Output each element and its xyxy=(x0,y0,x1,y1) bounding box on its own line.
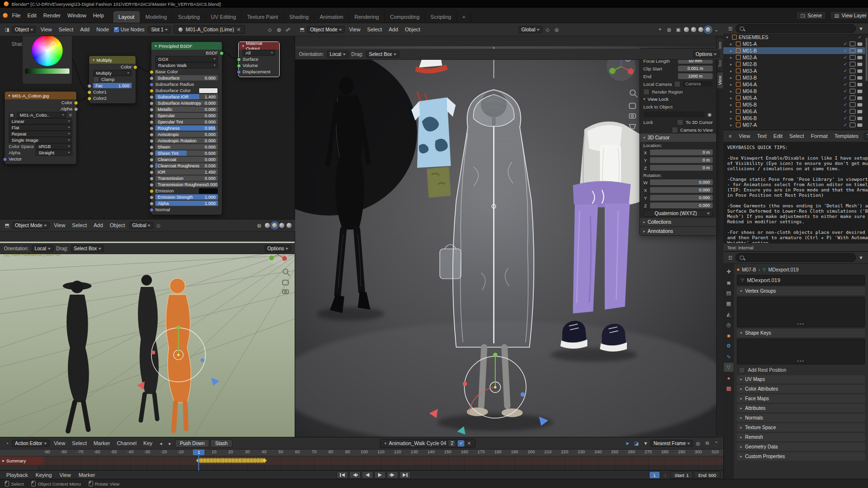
mode-dropdown[interactable]: Object Mode xyxy=(12,222,50,229)
disclosure-icon[interactable]: ▸ xyxy=(730,89,734,94)
panel-texture-space[interactable]: ▸Texture Space xyxy=(737,423,865,432)
timeline-keys-area[interactable]: ▸Summary xyxy=(0,456,723,471)
dope-sheet-mode-dropdown[interactable]: Action Editor xyxy=(12,440,50,447)
color-wheel[interactable] xyxy=(32,35,63,66)
principled-param-clearcoat-roughness[interactable]: Clearcoat Roughness0.030 xyxy=(151,163,222,169)
principled-param-anisotropic-rotation[interactable]: Anisotropic Rotation0.000 xyxy=(151,137,222,144)
outliner-item-m02-b[interactable]: ▸M02-B✓ xyxy=(723,61,865,68)
viewport-disable-icon[interactable] xyxy=(850,109,855,114)
render-disable-icon[interactable] xyxy=(857,117,862,120)
menu-render[interactable]: Render xyxy=(40,12,64,19)
disclosure-icon[interactable]: ▸ xyxy=(730,42,734,46)
checkbox-icon[interactable]: ✓ xyxy=(843,102,848,107)
viewport-disable-icon[interactable] xyxy=(850,102,855,107)
panel-shape-keys[interactable]: ▾Shape Keys xyxy=(737,329,865,337)
render-disable-icon[interactable] xyxy=(857,90,862,93)
workspace-tab-sculpting[interactable]: Sculpting xyxy=(173,11,205,23)
interpolation-dropdown[interactable]: Linear xyxy=(9,118,72,124)
disclosure-icon[interactable]: ▸ xyxy=(730,62,734,67)
menu-add[interactable]: Add xyxy=(77,26,93,33)
menu-view[interactable]: View xyxy=(346,26,364,33)
menu-file[interactable]: File xyxy=(9,12,24,19)
unlink-action-icon[interactable]: ✕ xyxy=(467,440,471,446)
menu-node[interactable]: Node xyxy=(93,26,112,33)
shading-wireframe-icon[interactable] xyxy=(264,222,271,229)
properties-tab-material-icon[interactable]: ● xyxy=(724,373,733,382)
frame-start-field[interactable]: Start1 xyxy=(670,471,693,479)
filter-icon[interactable]: ▼ xyxy=(857,25,865,32)
local-camera-checkbox[interactable] xyxy=(674,81,680,87)
shading-rendered-icon[interactable] xyxy=(705,27,711,33)
outliner-item-m02-a[interactable]: ▸M02-A✓ xyxy=(723,54,865,61)
transform-orientation-dropdown[interactable]: Global xyxy=(129,222,153,229)
workspace-tab-item[interactable]: + xyxy=(457,11,471,23)
current-frame-badge[interactable]: 1 xyxy=(193,449,204,455)
principled-param-transmission-roughness[interactable]: Transmission Roughness0.000 xyxy=(151,181,222,188)
properties-tab-world-icon[interactable]: ◎ xyxy=(724,320,733,329)
properties-search[interactable] xyxy=(735,253,856,262)
viewport-secondary-canvas[interactable] xyxy=(0,242,295,437)
menu-playback[interactable]: Playback xyxy=(3,471,31,479)
viewport-disable-icon[interactable] xyxy=(850,75,855,80)
scene-selector[interactable]: ◳Scene xyxy=(796,11,827,20)
rotation-mode-dropdown[interactable]: Quaternion (WXYZ) xyxy=(643,210,713,217)
panel-3d-cursor[interactable]: ▾3D Cursor xyxy=(640,134,716,142)
shading-options-icon[interactable]: ⌄ xyxy=(712,26,720,33)
checkbox-icon[interactable]: ✓ xyxy=(843,95,848,100)
editor-type-icon[interactable]: ☰ xyxy=(726,25,734,32)
view-layer-selector[interactable]: ▤View Layer xyxy=(830,11,868,20)
cursor-rotation-value[interactable]: 0.000 xyxy=(650,179,713,185)
checkbox-icon[interactable]: ✓ xyxy=(843,109,848,114)
render-disable-icon[interactable] xyxy=(857,49,862,53)
render-disable-icon[interactable] xyxy=(857,83,862,86)
sss-method-dropdown[interactable]: Random Walk xyxy=(155,62,218,68)
disclosure-icon[interactable]: ▸ xyxy=(730,49,734,53)
projection-dropdown[interactable]: Flat xyxy=(9,124,72,131)
outliner-item-m04-b[interactable]: ▸M04-B✓ xyxy=(723,88,865,95)
color-swatch[interactable] xyxy=(199,188,218,194)
disclosure-icon[interactable]: ▸ xyxy=(730,55,734,60)
panel-color-attributes[interactable]: ▸Color Attributes xyxy=(737,385,865,393)
orientation-dropdown[interactable]: Local xyxy=(32,245,54,252)
shading-rendered-icon[interactable] xyxy=(286,222,292,229)
checkbox-icon[interactable]: ✓ xyxy=(843,48,848,53)
auto-keying-icon[interactable]: ◌ xyxy=(661,471,669,479)
panel-face-maps[interactable]: ▸Face Maps xyxy=(737,394,865,403)
menu-templates[interactable]: Templates xyxy=(831,132,862,140)
copy-icon[interactable]: ⧉ xyxy=(703,439,711,447)
show-gizmo-icon[interactable]: ⌖ xyxy=(656,26,664,33)
breadcrumb-data[interactable]: MDexport.019 xyxy=(768,267,799,272)
summary-channel[interactable]: ▸Summary xyxy=(0,457,43,465)
next-action-icon[interactable]: ▸ xyxy=(166,439,174,447)
principled-param-transmission[interactable]: Transmission0.000 xyxy=(151,175,222,181)
properties-tab-object-data-icon[interactable]: ▽ xyxy=(724,363,733,372)
panel-view-lock[interactable]: ▾View Lock xyxy=(640,95,716,103)
play-button[interactable] xyxy=(374,471,386,479)
workspace-tab-layout[interactable]: Layout xyxy=(113,11,140,23)
render-disable-icon[interactable] xyxy=(857,110,862,113)
editor-type-icon[interactable]: ◨ xyxy=(3,26,11,33)
prev-keyframe-button[interactable] xyxy=(349,471,361,479)
cursor-rotation-z[interactable]: Z0.000 xyxy=(640,202,716,209)
properties-tab-texture-icon[interactable]: ▩ xyxy=(724,384,733,393)
workspace-tab-compositing[interactable]: Compositing xyxy=(385,11,425,23)
principled-param-sheen[interactable]: Sheen0.000 xyxy=(151,144,222,150)
menu-marker[interactable]: Marker xyxy=(75,471,98,479)
menu-view[interactable]: View xyxy=(51,439,69,447)
blender-menu-icon[interactable] xyxy=(3,13,8,18)
principled-param-normal[interactable]: Normal xyxy=(151,206,222,213)
checkbox-icon[interactable]: ✓ xyxy=(843,75,848,80)
only-selected-icon[interactable]: ➤ xyxy=(623,439,631,447)
action-users-count[interactable]: 2 xyxy=(448,440,455,446)
push-down-button[interactable]: Push Down xyxy=(175,439,209,447)
viewport-disable-icon[interactable] xyxy=(850,41,855,46)
prev-action-icon[interactable]: ◂ xyxy=(157,439,165,447)
workspace-tab-texture-paint[interactable]: Texture Paint xyxy=(242,11,284,23)
workspace-tab-modeling[interactable]: Modeling xyxy=(140,11,173,23)
principled-param-anisotropic[interactable]: Anisotropic0.000 xyxy=(151,131,222,137)
render-disable-icon[interactable] xyxy=(857,42,862,46)
menu-select[interactable]: Select xyxy=(364,26,385,33)
menu-marker[interactable]: Marker xyxy=(90,439,113,447)
menu-key[interactable]: Key xyxy=(140,439,156,447)
principled-param-subsurface[interactable]: Subsurface0.000 xyxy=(151,75,222,81)
